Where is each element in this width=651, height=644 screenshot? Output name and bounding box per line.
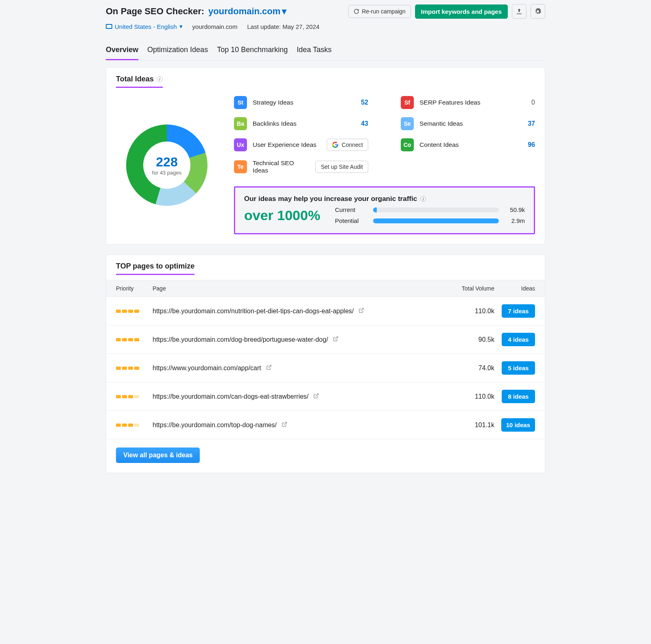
page-url[interactable]: https://be.yourdomain.com/top-dog-names/: [153, 421, 277, 428]
tab-optimization-ideas[interactable]: Optimization Ideas: [147, 41, 208, 60]
idea-count: 0: [521, 99, 535, 106]
potential-value: 2.9m: [505, 217, 525, 224]
idea-row: St Strategy Ideas52: [234, 96, 368, 109]
idea-count: 52: [354, 99, 368, 106]
external-link-icon[interactable]: [266, 365, 272, 370]
import-keywords-button[interactable]: Import keywords and pages: [415, 4, 508, 19]
idea-row: Ba Backlinks Ideas43: [234, 117, 368, 130]
current-value: 50.9k: [505, 206, 525, 213]
table-row: https://be.yourdomain.com/nutrition-pet-…: [106, 297, 545, 325]
page-url[interactable]: https://be.yourdomain.com/dog-breed/port…: [153, 336, 328, 343]
total-volume: 110.0k: [446, 308, 494, 315]
idea-row: Se Semantic Ideas37: [401, 117, 535, 130]
total-volume: 110.0k: [446, 393, 494, 400]
potential-bar: [373, 218, 499, 223]
idea-count: 43: [354, 120, 368, 127]
locale-dropdown[interactable]: United States - English ▾: [106, 23, 183, 30]
idea-badge: Sf: [401, 96, 414, 109]
info-icon[interactable]: i: [157, 76, 163, 82]
page-title: On Page SEO Checker:: [106, 6, 204, 17]
ideas-count-button[interactable]: 5 ideas: [502, 361, 535, 375]
idea-badge: Te: [234, 160, 247, 173]
table-row: https://be.yourdomain.com/top-dog-names/…: [106, 411, 545, 439]
chevron-down-icon: ▾: [179, 23, 183, 30]
idea-label: Content Ideas: [419, 141, 516, 148]
external-link-icon[interactable]: [358, 308, 364, 313]
idea-badge: Se: [401, 117, 414, 130]
ideas-count-button[interactable]: 7 ideas: [502, 304, 535, 318]
priority-indicator: [116, 395, 153, 398]
rerun-campaign-button[interactable]: Re-run campaign: [348, 5, 411, 18]
view-all-pages-button[interactable]: View all pages & ideas: [116, 448, 200, 463]
organic-traffic-increase-box: Our ideas may help you increase your org…: [234, 186, 535, 234]
domain-dropdown[interactable]: yourdomain.com▾: [208, 6, 286, 17]
info-icon[interactable]: i: [420, 196, 426, 202]
idea-label: Semantic Ideas: [419, 120, 516, 127]
ideas-donut-chart: 228 for 43 pages: [126, 124, 208, 206]
idea-row: Te Technical SEO IdeasSet up Site Audit: [234, 159, 368, 174]
idea-row: Ux User Experience IdeasConnect: [234, 138, 368, 151]
page-url[interactable]: https://be.yourdomain.com/can-dogs-eat-s…: [153, 393, 308, 400]
idea-count: 37: [521, 120, 535, 127]
ideas-count-button[interactable]: 10 ideas: [501, 418, 535, 432]
tab-overview[interactable]: Overview: [106, 41, 138, 60]
idea-label: SERP Features Ideas: [419, 99, 516, 106]
idea-label: User Experience Ideas: [253, 141, 321, 148]
idea-label: Backlinks Ideas: [253, 120, 349, 127]
top-pages-title: TOP pages to optimize: [116, 262, 194, 275]
idea-label: Technical SEO Ideas: [253, 159, 310, 174]
sub-domain: yourdomain.com: [192, 23, 238, 30]
monitor-icon: [106, 24, 112, 29]
idea-badge: Ux: [234, 138, 247, 151]
upload-icon: [516, 8, 523, 15]
current-bar: [373, 207, 499, 212]
external-link-icon[interactable]: [333, 336, 339, 342]
increase-heading: Our ideas may help you increase your org…: [244, 195, 525, 203]
total-volume: 101.1k: [446, 421, 494, 429]
total-ideas-card: Total Ideas i 228 for 43 pages St Strate…: [106, 67, 545, 245]
table-row: https://be.yourdomain.com/dog-breed/port…: [106, 325, 545, 354]
top-pages-card: TOP pages to optimize Priority Page Tota…: [106, 254, 545, 473]
page-url[interactable]: https://www.yourdomain.com/app/cart: [153, 365, 261, 371]
ideas-count-button[interactable]: 8 ideas: [502, 390, 535, 403]
total-volume: 74.0k: [446, 365, 494, 372]
export-button[interactable]: [512, 4, 526, 19]
tab-idea-tasks[interactable]: Idea Tasks: [297, 41, 332, 60]
tabs: Overview Optimization Ideas Top 10 Bench…: [106, 41, 545, 61]
priority-indicator: [116, 310, 153, 313]
ideas-count-button[interactable]: 4 ideas: [502, 333, 535, 346]
priority-indicator: [116, 367, 153, 370]
potential-label: Potential: [335, 217, 367, 224]
table-header: Priority Page Total Volume Ideas: [106, 280, 545, 297]
total-ideas-title: Total Ideas i: [116, 75, 163, 88]
idea-badge: Co: [401, 138, 414, 151]
chevron-down-icon: ▾: [282, 6, 286, 17]
setup-site-audit-button[interactable]: Set up Site Audit: [315, 161, 368, 173]
connect-button[interactable]: Connect: [327, 139, 368, 151]
priority-indicator: [116, 424, 153, 427]
total-ideas-count: 228: [156, 155, 177, 170]
idea-count: 96: [521, 141, 535, 148]
tab-top10-benchmarking[interactable]: Top 10 Benchmarking: [217, 41, 288, 60]
increase-percent: over 1000%: [244, 207, 320, 223]
total-volume: 90.5k: [446, 336, 494, 343]
current-label: Current: [335, 206, 367, 213]
priority-indicator: [116, 338, 153, 341]
google-icon: [332, 142, 339, 148]
idea-row: Sf SERP Features Ideas0: [401, 96, 535, 109]
table-row: https://www.yourdomain.com/app/cart 74.0…: [106, 354, 545, 382]
table-row: https://be.yourdomain.com/can-dogs-eat-s…: [106, 382, 545, 411]
idea-row: Co Content Ideas96: [401, 138, 535, 151]
idea-label: Strategy Ideas: [253, 99, 349, 106]
idea-badge: St: [234, 96, 247, 109]
page-url[interactable]: https://be.yourdomain.com/nutrition-pet-…: [153, 308, 354, 314]
last-update: Last update: May 27, 2024: [247, 23, 319, 30]
refresh-icon: [354, 9, 359, 14]
external-link-icon[interactable]: [282, 421, 287, 427]
external-link-icon[interactable]: [313, 393, 319, 399]
total-ideas-sub: for 43 pages: [152, 170, 181, 176]
settings-button[interactable]: [531, 4, 545, 19]
idea-badge: Ba: [234, 117, 247, 130]
gear-icon: [534, 8, 542, 15]
